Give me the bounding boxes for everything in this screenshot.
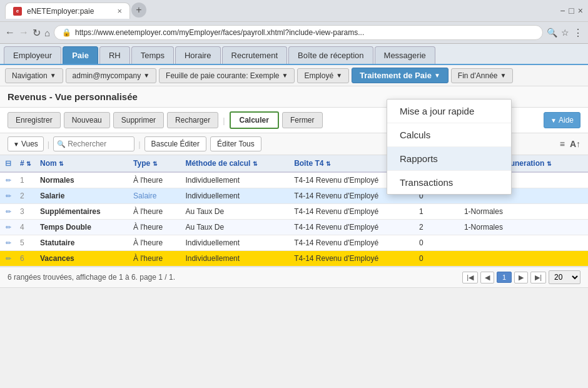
row-edit-icon[interactable]: ✏ (0, 204, 16, 220)
active-tab[interactable]: e eNETEmployer:paie × (5, 3, 130, 19)
dropdown-item-mise-a-jour[interactable]: Mise a jour rapide (387, 100, 511, 123)
col-nom[interactable]: Nom ⇅ (35, 155, 128, 172)
page-last-button[interactable]: ▶| (530, 272, 546, 283)
maximize-button[interactable]: □ (569, 6, 574, 16)
calculer-button[interactable]: Calculer (230, 111, 279, 129)
tab-recrutement[interactable]: Recrutement (222, 46, 287, 64)
editer-tous-button[interactable]: Éditer Tous (210, 136, 261, 151)
row-methode: Individuellement (180, 172, 289, 188)
search-icon: 🔍 (57, 140, 66, 148)
window-controls: − □ × (560, 6, 583, 16)
table-row[interactable]: ✏ 3 Supplémentaires À l'heure Au Taux De… (0, 204, 588, 220)
search-container: 🔍 (53, 136, 134, 151)
col-type[interactable]: Type ⇅ (128, 155, 180, 172)
tab-title: eNETEmployer:paie (27, 7, 94, 16)
settings-icon[interactable]: ≡ (560, 139, 565, 149)
close-button[interactable]: × (578, 6, 583, 16)
dropdown-item-calculs[interactable]: Calculs (387, 123, 511, 147)
vues-button[interactable]: ▼ Vues (8, 136, 44, 151)
page-first-button[interactable]: |◀ (462, 272, 478, 283)
row-edit-icon[interactable]: ✏ (0, 220, 16, 235)
row-boite: T4-14 Revenu d'Employé (289, 251, 414, 267)
page-prev-button[interactable]: ◀ (480, 272, 494, 283)
help-button-wrapper: ▼ Aide (544, 112, 580, 128)
tab-messagerie[interactable]: Messagerie (375, 46, 435, 64)
pagination-info: 6 rangées trouvées, affichage de 1 à 6. … (8, 273, 175, 282)
table-row[interactable]: ✏ 5 Statutaire À l'heure Individuellemen… (0, 235, 588, 251)
recharger-button[interactable]: Recharger (167, 112, 218, 128)
row-edit-icon[interactable]: ✏ (0, 235, 16, 251)
row-edit-icon[interactable]: ✏ (0, 251, 16, 267)
per-page-select[interactable]: 20 50 100 (549, 270, 580, 284)
page-next-button[interactable]: ▶ (514, 272, 528, 283)
bottom-scrollbar[interactable] (0, 287, 588, 294)
admin-dropdown[interactable]: admin@mycompany ▼ (66, 68, 156, 83)
forward-button[interactable]: → (19, 27, 29, 38)
row-methode: Au Taux De (180, 220, 289, 235)
row-taux: 1 (414, 204, 459, 220)
close-tab-icon[interactable]: × (117, 6, 122, 16)
back-button[interactable]: ← (5, 27, 15, 38)
toolbar: Navigation ▼ admin@mycompany ▼ Feuille d… (0, 65, 588, 86)
row-taux: 0 (414, 235, 459, 251)
employe-dropdown[interactable]: Employé ▼ (297, 68, 349, 83)
bascule-editer-button[interactable]: Bascule Éditer (144, 136, 206, 151)
dropdown-item-transactions[interactable]: Transactions (387, 171, 511, 194)
more-options-button[interactable]: ⋮ (573, 27, 583, 39)
row-remuneration (459, 251, 588, 267)
font-size-icon[interactable]: A↑ (570, 139, 580, 149)
tab-temps[interactable]: Temps (131, 46, 174, 64)
tab-employeur[interactable]: Employeur (4, 46, 61, 64)
admin-label: admin@mycompany (73, 71, 141, 80)
fin-annee-chevron-icon: ▼ (500, 72, 507, 79)
row-type: À l'heure (128, 220, 180, 235)
fin-annee-dropdown[interactable]: Fin d'Année ▼ (451, 68, 514, 83)
lock-icon: 🔒 (62, 28, 71, 37)
nouveau-button[interactable]: Nouveau (64, 112, 110, 128)
row-methode: Individuellement (180, 188, 289, 204)
table-row[interactable]: ✏ 4 Temps Double À l'heure Au Taux De T4… (0, 220, 588, 235)
bookmark-icon[interactable]: ☆ (561, 28, 569, 38)
tab-rh[interactable]: RH (99, 46, 130, 64)
tab-boite-reception[interactable]: Boîte de réception (288, 46, 373, 64)
minimize-button[interactable]: − (560, 6, 565, 16)
row-methode: Individuellement (180, 235, 289, 251)
tab-horaire[interactable]: Horaire (175, 46, 221, 64)
traitement-dropdown[interactable]: Traitement de Paie ▼ (352, 68, 449, 83)
navigation-dropdown[interactable]: Navigation ▼ (5, 68, 63, 83)
feuille-label: Feuille de paie courante: Exemple (166, 71, 279, 80)
page-1-button[interactable]: 1 (497, 272, 512, 283)
aide-button[interactable]: ▼ Aide (544, 112, 580, 128)
vues-arrow-icon: ▼ (13, 141, 19, 148)
search-icon[interactable]: 🔍 (547, 28, 557, 38)
row-edit-icon[interactable]: ✏ (0, 172, 16, 188)
row-remuneration: 1-Normales (459, 204, 588, 220)
row-num: 4 (16, 220, 35, 235)
row-taux: 0 (414, 251, 459, 267)
tab-paie[interactable]: Paie (63, 46, 98, 64)
feuille-dropdown[interactable]: Feuille de paie courante: Exemple ▼ (159, 68, 295, 83)
row-remuneration: 1-Normales (459, 220, 588, 235)
row-num: 1 (16, 172, 35, 188)
enregistrer-button[interactable]: Enregistrer (8, 112, 61, 128)
row-remuneration (459, 235, 588, 251)
col-filter-icon[interactable]: ⊟ (0, 155, 16, 172)
row-num: 6 (16, 251, 35, 267)
table-row[interactable]: ✏ 6 Vacances À l'heure Individuellement … (0, 251, 588, 267)
row-edit-icon[interactable]: ✏ (0, 188, 16, 204)
supprimer-button[interactable]: Supprimer (113, 112, 164, 128)
row-taux: 2 (414, 220, 459, 235)
url-bar[interactable]: 🔒 https://www.enetemployer.com/myEmploye… (54, 25, 543, 40)
home-button[interactable]: ⌂ (44, 28, 50, 38)
row-nom: Temps Double (35, 220, 128, 235)
col-methode[interactable]: Méthode de calcul ⇅ (180, 155, 289, 172)
traitement-chevron-icon: ▼ (434, 72, 440, 79)
fermer-button[interactable]: Fermer (282, 112, 323, 128)
dropdown-item-rapports[interactable]: Rapports (387, 147, 511, 171)
reload-button[interactable]: ↻ (33, 27, 41, 39)
dropdown-overlay: Mise a jour rapide Calculs Rapports Tran… (387, 99, 512, 195)
col-num[interactable]: # ⇅ (16, 155, 35, 172)
row-type: À l'heure (128, 251, 180, 267)
navigation-label: Navigation (12, 71, 48, 80)
new-tab-button[interactable]: + (131, 3, 146, 18)
